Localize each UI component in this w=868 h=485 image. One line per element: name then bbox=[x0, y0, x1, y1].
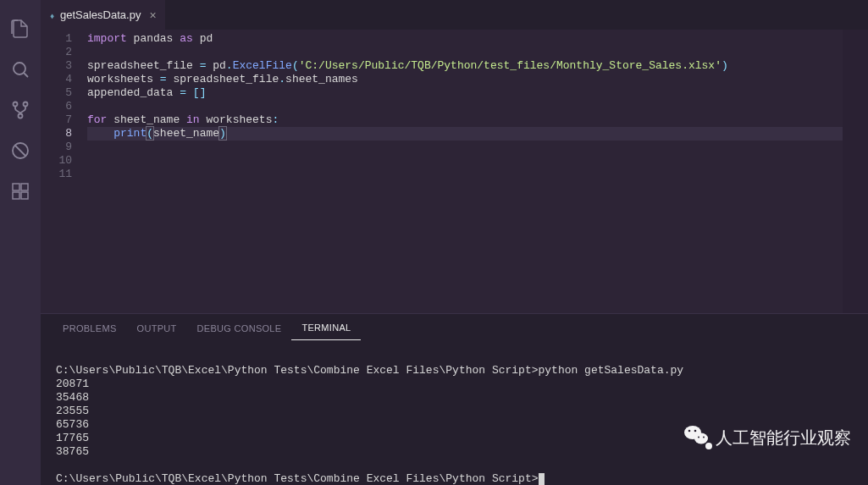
line-number-gutter: 1234567891011 bbox=[41, 30, 87, 313]
editor[interactable]: 1234567891011 import pandas as pdspreads… bbox=[41, 30, 868, 313]
line-number: 2 bbox=[41, 46, 72, 59]
line-number: 3 bbox=[41, 59, 72, 73]
tab-filename: getSalesData.py bbox=[60, 8, 141, 21]
explorer-icon[interactable] bbox=[0, 8, 41, 49]
line-number: 1 bbox=[41, 32, 72, 46]
line-number: 8 bbox=[41, 127, 72, 141]
code-line[interactable]: import pandas as pd bbox=[87, 32, 843, 46]
source-control-icon[interactable] bbox=[0, 90, 41, 130]
code-line[interactable] bbox=[87, 46, 843, 59]
code-line[interactable]: worksheets = spreadsheet_file.sheet_name… bbox=[87, 73, 843, 86]
line-number: 11 bbox=[41, 168, 72, 181]
debug-icon[interactable] bbox=[0, 130, 41, 171]
line-number: 9 bbox=[41, 141, 72, 154]
svg-point-0 bbox=[14, 63, 25, 74]
extensions-icon[interactable] bbox=[0, 171, 41, 212]
panel-tab-debug-console[interactable]: DEBUG CONSOLE bbox=[187, 317, 292, 340]
code-content[interactable]: import pandas as pdspreadsheet_file = pd… bbox=[87, 30, 843, 313]
code-line[interactable] bbox=[87, 168, 843, 181]
line-number: 5 bbox=[41, 86, 72, 100]
code-line[interactable] bbox=[87, 154, 843, 168]
line-number: 6 bbox=[41, 100, 72, 113]
terminal-prompt[interactable]: C:\Users\Public\TQB\Excel\Python Tests\C… bbox=[56, 472, 853, 485]
terminal-cursor bbox=[539, 473, 545, 485]
svg-rect-10 bbox=[21, 192, 28, 199]
search-icon[interactable] bbox=[0, 49, 41, 90]
code-line[interactable]: spreadsheet_file = pd.ExcelFile('C:/User… bbox=[87, 59, 843, 73]
svg-point-4 bbox=[19, 114, 23, 118]
python-file-icon: ⬧ bbox=[49, 9, 55, 21]
svg-line-6 bbox=[15, 146, 25, 156]
line-number: 4 bbox=[41, 73, 72, 86]
minimap[interactable] bbox=[843, 30, 868, 313]
svg-rect-9 bbox=[13, 192, 19, 199]
svg-point-2 bbox=[14, 102, 18, 107]
line-number: 10 bbox=[41, 154, 72, 168]
panel-tab-output[interactable]: OUTPUT bbox=[127, 317, 187, 340]
line-number: 7 bbox=[41, 113, 72, 127]
code-line[interactable]: appended_data = [] bbox=[87, 86, 843, 100]
svg-rect-7 bbox=[13, 184, 19, 190]
main-area: ⬧ getSalesData.py × 1234567891011 import… bbox=[41, 0, 868, 485]
tab-bar: ⬧ getSalesData.py × bbox=[41, 0, 868, 30]
activity-bar bbox=[0, 0, 41, 485]
svg-rect-8 bbox=[21, 184, 28, 190]
panel-tab-terminal[interactable]: TERMINAL bbox=[291, 316, 361, 340]
code-line[interactable]: print(sheet_name) bbox=[87, 127, 843, 141]
code-line[interactable] bbox=[87, 141, 843, 154]
svg-point-3 bbox=[24, 102, 28, 107]
terminal-output[interactable]: C:\Users\Public\TQB\Excel\Python Tests\C… bbox=[41, 342, 868, 485]
code-line[interactable]: for sheet_name in worksheets: bbox=[87, 113, 843, 127]
panel-tab-problems[interactable]: PROBLEMS bbox=[53, 317, 127, 340]
panel-tab-bar: PROBLEMSOUTPUTDEBUG CONSOLETERMINAL bbox=[41, 314, 868, 342]
bottom-panel: PROBLEMSOUTPUTDEBUG CONSOLETERMINAL C:\U… bbox=[41, 313, 868, 485]
svg-line-1 bbox=[24, 73, 28, 77]
editor-tab[interactable]: ⬧ getSalesData.py × bbox=[41, 0, 165, 30]
code-line[interactable] bbox=[87, 100, 843, 113]
close-icon[interactable]: × bbox=[149, 8, 156, 22]
